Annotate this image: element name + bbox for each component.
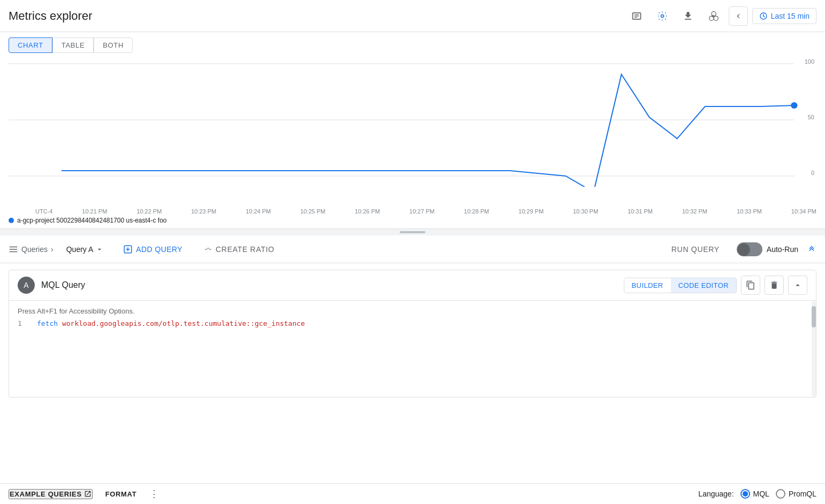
x-label-1033: 10:33 PM <box>737 208 762 215</box>
drag-bar <box>400 231 425 233</box>
language-label: Language: <box>698 490 734 498</box>
code-editor-area[interactable]: Press Alt+F1 for Accessibility Options. … <box>9 301 816 397</box>
example-queries-label: EXAMPLE QUERIES <box>10 490 82 498</box>
run-query-label: RUN QUERY <box>671 245 720 254</box>
drag-handle[interactable] <box>0 229 825 235</box>
chart-svg <box>9 58 816 187</box>
ratio-icon <box>204 245 212 254</box>
auto-run-label: Auto-Run <box>767 245 798 254</box>
query-name-label: Query A <box>66 245 94 254</box>
page-title: Metrics explorer <box>9 9 92 23</box>
list-icon <box>9 245 18 254</box>
x-label-1023: 10:23 PM <box>191 208 216 215</box>
time-range-label: Last 15 min <box>771 12 809 20</box>
mql-panel: A MQL Query BUILDER CODE EDITOR <box>9 270 816 398</box>
query-badge: A <box>18 277 35 294</box>
auto-run-toggle[interactable]: Auto-Run <box>737 242 798 256</box>
code-url: workload.googleapis.com/otlp.test.cumula… <box>62 319 246 327</box>
mql-panel-header: A MQL Query BUILDER CODE EDITOR <box>9 270 816 301</box>
x-label-1026: 10:26 PM <box>355 208 380 215</box>
legend-color-dot <box>9 218 14 223</box>
y-axis-labels: 100 50 0 <box>795 58 816 176</box>
code-separator: :: <box>246 319 255 327</box>
add-query-button[interactable]: ADD QUERY <box>117 241 189 257</box>
code-editor-button[interactable]: CODE EDITOR <box>671 278 736 293</box>
both-view-button[interactable]: BOTH <box>94 37 133 53</box>
mql-panel-actions: BUILDER CODE EDITOR <box>624 276 807 295</box>
breadcrumb-chevron: › <box>51 245 54 254</box>
chart-legend: a-gcp-project 5002298440842481700 us-eas… <box>0 215 825 228</box>
mql-option[interactable]: MQL <box>740 489 769 499</box>
chart-container: 100 50 0 <box>9 53 816 208</box>
create-ratio-button[interactable]: CREATE RATIO <box>197 242 281 257</box>
x-label-1024: 10:24 PM <box>246 208 271 215</box>
chevron-left-icon <box>734 12 743 20</box>
chart-view-button[interactable]: CHART <box>9 37 52 53</box>
collapse-button[interactable] <box>807 243 816 255</box>
editor-toggle: BUILDER CODE EDITOR <box>624 278 737 293</box>
view-toggle: CHART TABLE BOTH <box>0 32 825 53</box>
x-label-1034: 10:34 PM <box>791 208 816 215</box>
scrollbar-track[interactable] <box>812 301 816 397</box>
mql-panel-title: MQL Query <box>41 280 85 290</box>
settings-icon-btn[interactable] <box>652 5 673 27</box>
mql-radio[interactable] <box>740 489 750 499</box>
dropdown-arrow-icon <box>95 245 104 254</box>
back-button[interactable] <box>729 6 748 26</box>
x-label-1022: 10:22 PM <box>136 208 162 215</box>
svg-point-4 <box>661 14 663 17</box>
code-line-1: 1 fetch workload.googleapis.com/otlp.tes… <box>18 319 807 327</box>
table-view-button[interactable]: TABLE <box>52 37 94 53</box>
add-query-label: ADD QUERY <box>136 245 182 254</box>
share-icon <box>708 11 719 21</box>
collapse-panel-button[interactable] <box>788 276 807 295</box>
toggle-track[interactable] <box>737 242 762 256</box>
more-options-button[interactable]: ⋮ <box>149 488 159 500</box>
query-selector[interactable]: Query A <box>62 243 109 256</box>
y-axis-top: 100 <box>805 58 814 65</box>
x-label-1025: 10:25 PM <box>300 208 325 215</box>
chevron-up-icon <box>793 280 803 290</box>
legend-icon-btn[interactable] <box>626 5 647 27</box>
settings-icon <box>657 11 668 21</box>
create-ratio-label: CREATE RATIO <box>216 245 274 254</box>
delete-button[interactable] <box>765 276 784 295</box>
format-button[interactable]: FORMAT <box>105 490 137 498</box>
x-label-1031: 10:31 PM <box>628 208 653 215</box>
toggle-thumb <box>738 243 750 255</box>
download-icon <box>683 11 693 21</box>
share-icon-btn[interactable] <box>703 5 724 27</box>
query-bar: Queries › Query A ADD QUERY CREATE RATIO… <box>0 235 825 263</box>
time-range-button[interactable]: Last 15 min <box>752 8 816 24</box>
external-link-icon <box>84 490 91 498</box>
clock-icon <box>759 12 768 20</box>
x-label-1030: 10:30 PM <box>573 208 598 215</box>
queries-nav: Queries › <box>9 245 54 254</box>
mql-radio-inner <box>743 491 748 497</box>
collapse-icon <box>807 243 816 253</box>
run-query-button[interactable]: RUN QUERY <box>663 242 728 257</box>
copy-icon <box>746 280 755 290</box>
promql-label: PromQL <box>789 490 816 498</box>
legend-icon <box>631 11 642 21</box>
promql-option[interactable]: PromQL <box>776 489 816 499</box>
chart-section: CHART TABLE BOTH 100 50 0 UTC-4 10:21 PM <box>0 32 825 229</box>
y-axis-bottom: 0 <box>811 170 814 176</box>
mql-label: MQL <box>753 490 769 498</box>
x-label-1027: 10:27 PM <box>409 208 434 215</box>
download-icon-btn[interactable] <box>677 5 699 27</box>
y-axis-mid: 50 <box>808 114 814 120</box>
copy-button[interactable] <box>741 276 760 295</box>
example-queries-button[interactable]: EXAMPLE QUERIES <box>9 489 93 499</box>
language-section: Language: MQL PromQL <box>698 489 816 499</box>
promql-radio[interactable] <box>776 489 785 499</box>
chart-line <box>64 74 794 187</box>
header-actions: Last 15 min <box>626 5 816 27</box>
builder-button[interactable]: BUILDER <box>624 278 671 293</box>
legend-label: a-gcp-project 5002298440842481700 us-eas… <box>17 217 167 224</box>
header: Metrics explorer <box>0 0 825 32</box>
code-keyword: fetch <box>37 319 58 327</box>
line-number: 1 <box>18 319 28 327</box>
x-label-utc: UTC-4 <box>35 208 52 215</box>
x-label-1032: 10:32 PM <box>682 208 707 215</box>
